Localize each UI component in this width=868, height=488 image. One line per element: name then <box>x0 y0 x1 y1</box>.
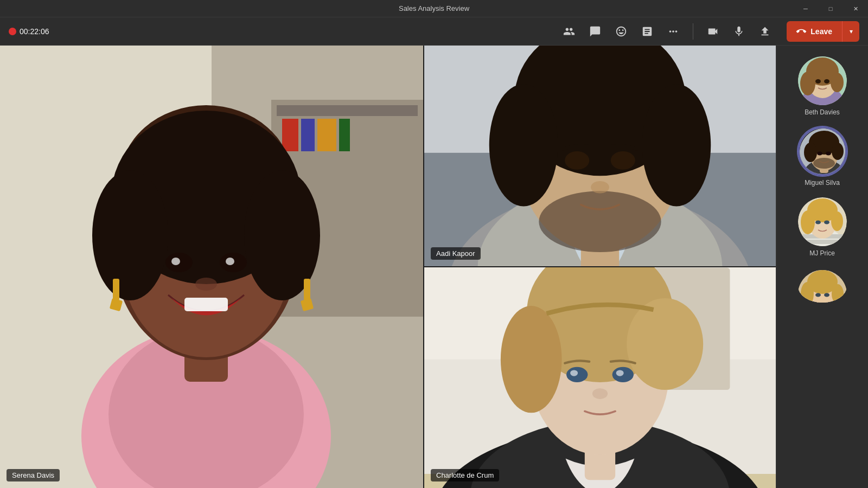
maximize-button[interactable]: □ <box>818 0 843 17</box>
chat-icon <box>589 25 601 37</box>
minimize-icon: ─ <box>803 5 808 12</box>
people-icon <box>563 25 575 37</box>
share-button[interactable] <box>754 21 776 42</box>
participant-fourth[interactable] <box>798 270 847 303</box>
video-button[interactable] <box>702 21 724 42</box>
beth-name: Beth Davies <box>805 108 840 116</box>
notes-icon <box>641 25 653 37</box>
close-icon: ✕ <box>853 5 858 12</box>
maximize-icon: □ <box>829 5 833 12</box>
charlotte-label: Charlotte de Crum <box>431 469 499 481</box>
recording-timer: 00:22:06 <box>20 27 49 36</box>
leave-button-group: Leave ▾ <box>787 21 859 42</box>
notes-button[interactable] <box>636 21 658 42</box>
svg-rect-5 <box>282 119 298 151</box>
window-title: Sales Analysis Review <box>399 4 469 12</box>
aadi-portrait <box>424 46 776 266</box>
leave-button[interactable]: Leave <box>787 21 842 42</box>
svg-point-75 <box>804 143 817 162</box>
beth-avatar-image <box>798 56 847 105</box>
mj-name: MJ Price <box>809 249 835 257</box>
toolbar-icons <box>558 21 776 42</box>
more-button[interactable] <box>662 21 684 42</box>
svg-point-98 <box>824 293 829 297</box>
svg-point-52 <box>627 298 703 390</box>
svg-point-37 <box>642 84 711 206</box>
miguel-avatar <box>798 127 847 176</box>
svg-point-68 <box>824 79 829 84</box>
recording-indicator: 00:22:06 <box>9 27 49 36</box>
toolbar: 00:22:06 <box>0 17 868 46</box>
svg-point-65 <box>800 72 815 95</box>
svg-rect-7 <box>317 119 336 151</box>
participant-beth[interactable]: Beth Davies <box>798 56 847 116</box>
svg-point-88 <box>815 221 821 224</box>
video-icon <box>707 25 719 37</box>
svg-point-55 <box>570 370 578 376</box>
svg-point-36 <box>489 84 558 206</box>
svg-point-87 <box>831 211 843 231</box>
serena-portrait <box>0 46 423 488</box>
grid-videos: Aadi Kapoor <box>423 46 776 488</box>
fourth-avatar <box>798 270 847 303</box>
svg-point-66 <box>831 73 844 92</box>
svg-point-38 <box>539 191 661 252</box>
reactions-icon <box>615 25 627 37</box>
svg-point-76 <box>832 143 844 160</box>
miguel-avatar-image <box>800 129 847 176</box>
chevron-down-icon: ▾ <box>850 28 853 35</box>
more-icon <box>667 25 679 37</box>
fourth-avatar-image <box>798 270 847 303</box>
people-button[interactable] <box>558 21 580 42</box>
svg-point-21 <box>226 258 234 265</box>
minimize-button[interactable]: ─ <box>793 0 818 17</box>
close-button[interactable]: ✕ <box>843 0 868 17</box>
main-speaker-video <box>0 46 423 488</box>
svg-point-77 <box>813 158 835 169</box>
chat-button[interactable] <box>584 21 606 42</box>
svg-point-56 <box>616 370 624 376</box>
main-content: Serena Davis <box>0 46 868 488</box>
mj-avatar-image <box>798 197 847 246</box>
svg-rect-25 <box>304 279 310 300</box>
toolbar-divider <box>693 23 693 40</box>
svg-point-39 <box>565 151 589 170</box>
main-speaker-panel: Serena Davis <box>0 46 423 488</box>
svg-point-20 <box>171 258 180 265</box>
window-controls: ─ □ ✕ <box>793 0 868 17</box>
svg-rect-23 <box>113 279 119 300</box>
mic-icon <box>733 25 745 37</box>
share-icon <box>759 25 771 37</box>
svg-point-41 <box>591 181 609 194</box>
svg-point-78 <box>817 152 822 156</box>
svg-point-67 <box>815 79 821 84</box>
svg-point-97 <box>815 293 821 297</box>
svg-point-40 <box>611 151 635 170</box>
beth-avatar <box>798 56 847 105</box>
svg-point-86 <box>801 210 815 234</box>
mic-button[interactable] <box>728 21 750 42</box>
leave-dropdown-button[interactable]: ▾ <box>842 21 859 42</box>
main-speaker-label: Serena Davis <box>7 469 60 481</box>
participant-miguel[interactable]: Miguel Silva <box>798 127 847 187</box>
miguel-name: Miguel Silva <box>805 179 840 187</box>
grid-video-charlotte: Charlotte de Crum <box>423 267 776 488</box>
svg-point-27 <box>195 278 217 291</box>
reactions-button[interactable] <box>610 21 632 42</box>
svg-point-79 <box>826 152 831 156</box>
svg-point-57 <box>592 388 608 399</box>
svg-point-89 <box>824 221 829 224</box>
leave-label: Leave <box>810 27 832 36</box>
svg-rect-6 <box>301 119 315 151</box>
video-area: Serena Davis <box>0 46 776 488</box>
svg-rect-8 <box>339 119 350 151</box>
svg-point-51 <box>501 306 562 413</box>
participant-mj[interactable]: MJ Price <box>798 197 847 257</box>
charlotte-portrait <box>424 267 776 488</box>
participants-sidebar: Beth Davies <box>776 46 868 488</box>
grid-video-aadi: Aadi Kapoor <box>423 46 776 267</box>
svg-rect-4 <box>277 105 418 116</box>
svg-rect-22 <box>184 298 228 311</box>
phone-icon <box>795 24 808 38</box>
svg-rect-83 <box>802 240 843 244</box>
